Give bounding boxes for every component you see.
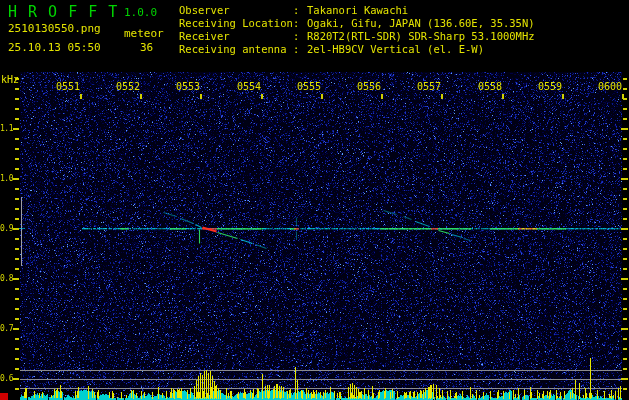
x-tick-label: 0553 [154, 81, 200, 93]
x-tick-label: 0554 [215, 81, 261, 93]
info-separator: : [293, 30, 307, 43]
y-tick-label: 0.7 [0, 324, 14, 333]
info-row: Receiver:R820T2(RTL-SDR) SDR-Sharp 53.10… [179, 30, 535, 43]
y-tick-label: 0.8 [0, 274, 14, 283]
info-label: Receiving antenna [179, 43, 293, 56]
echo-count: 36 [140, 41, 153, 54]
info-value: R820T2(RTL-SDR) SDR-Sharp 53.1000MHz [307, 30, 535, 43]
info-separator: : [293, 43, 307, 56]
y-tick-label: 1.1 [0, 124, 14, 133]
app-version: 1.0.0 [124, 6, 157, 19]
x-tick-label: 0558 [456, 81, 502, 93]
info-value: Ogaki, Gifu, JAPAN (136.60E, 35.35N) [307, 17, 535, 30]
mode-label: meteor [124, 27, 164, 40]
x-tick-label: 0559 [516, 81, 562, 93]
info-row: Receiving antenna:2el-HB9CV Vertical (el… [179, 43, 535, 56]
info-row: Receiving Location:Ogaki, Gifu, JAPAN (1… [179, 17, 535, 30]
date-time: 25.10.13 05:50 [8, 41, 101, 54]
info-row: Observer:Takanori Kawachi [179, 4, 535, 17]
x-tick-label: 0552 [94, 81, 140, 93]
info-value: Takanori Kawachi [307, 4, 408, 17]
info-separator: : [293, 17, 307, 30]
y-tick-label: 0.9 [0, 224, 14, 233]
info-value: 2el-HB9CV Vertical (el. E-W) [307, 43, 484, 56]
info-label: Receiver [179, 30, 293, 43]
output-filename: 2510130550.png [8, 22, 101, 35]
x-tick-label: 0555 [275, 81, 321, 93]
x-tick-label: 0557 [395, 81, 441, 93]
hrofft-window: H R O F F T 1.0.0 2510130550.png meteor … [0, 0, 629, 400]
y-axis-unit: kHz [1, 74, 19, 85]
info-label: Observer [179, 4, 293, 17]
x-tick-label: 0556 [335, 81, 381, 93]
y-tick-label: 0.6 [0, 374, 14, 383]
y-tick-label: 1.0 [0, 174, 14, 183]
info-label: Receiving Location [179, 17, 293, 30]
x-tick-label: 0600 [576, 81, 622, 93]
x-tick-label: 0551 [34, 81, 80, 93]
info-separator: : [293, 4, 307, 17]
station-info-block: Observer:Takanori KawachiReceiving Locat… [179, 4, 535, 56]
spectrogram-canvas [0, 0, 629, 400]
app-title: H R O F F T [8, 3, 118, 21]
